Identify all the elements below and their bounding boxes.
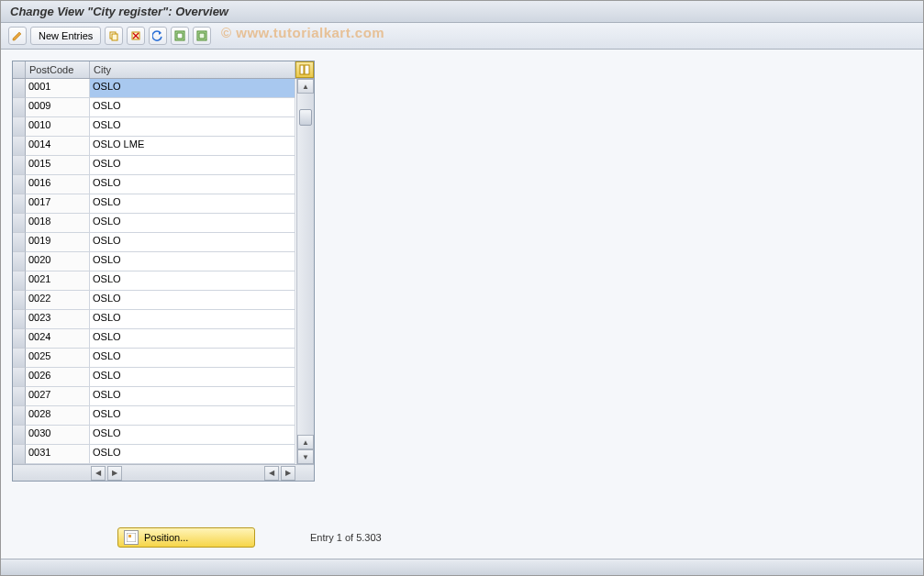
position-button-label: Position... bbox=[144, 532, 188, 543]
row-selector[interactable] bbox=[13, 175, 26, 194]
table-row: 0021OSLO bbox=[13, 271, 314, 291]
cell-postcode[interactable]: 0030 bbox=[26, 426, 90, 445]
table-row: 0022OSLO bbox=[13, 291, 314, 310]
new-entries-button[interactable]: New Entries bbox=[30, 27, 101, 45]
change-toggle-button[interactable] bbox=[8, 27, 27, 45]
cell-postcode[interactable]: 0020 bbox=[26, 252, 90, 271]
cell-postcode[interactable]: 0016 bbox=[26, 175, 90, 194]
select-all-button[interactable] bbox=[171, 27, 189, 45]
cell-city[interactable]: OSLO bbox=[90, 291, 295, 310]
row-selector[interactable] bbox=[13, 291, 26, 310]
cell-postcode[interactable]: 0021 bbox=[26, 271, 90, 291]
cell-postcode[interactable]: 0025 bbox=[26, 349, 90, 368]
scroll-right-icon[interactable]: ▶ bbox=[107, 466, 122, 481]
row-selector[interactable] bbox=[13, 406, 26, 426]
row-selector[interactable] bbox=[13, 252, 26, 271]
scroll-left-icon[interactable]: ◀ bbox=[91, 466, 106, 481]
scroll-far-left-icon[interactable]: ◀ bbox=[264, 466, 279, 481]
header-select-all[interactable] bbox=[13, 61, 26, 78]
cell-postcode[interactable]: 0027 bbox=[26, 387, 90, 406]
cell-postcode[interactable]: 0031 bbox=[26, 445, 90, 464]
row-selector[interactable] bbox=[13, 233, 26, 252]
row-selector[interactable] bbox=[13, 387, 26, 406]
table-row: 0009OSLO bbox=[13, 98, 314, 117]
undo-button[interactable] bbox=[149, 27, 167, 45]
row-selector[interactable] bbox=[13, 445, 26, 464]
cell-city[interactable]: OSLO bbox=[90, 175, 295, 194]
row-selector[interactable] bbox=[13, 426, 26, 445]
cell-city[interactable]: OSLO bbox=[90, 252, 295, 271]
cell-postcode[interactable]: 0023 bbox=[26, 310, 90, 329]
cell-city[interactable]: OSLO bbox=[90, 406, 295, 426]
row-selector[interactable] bbox=[13, 329, 26, 349]
table-row: 0020OSLO bbox=[13, 252, 314, 271]
row-selector[interactable] bbox=[13, 271, 26, 291]
row-selector[interactable] bbox=[13, 117, 26, 137]
row-selector[interactable] bbox=[13, 79, 26, 98]
cell-city[interactable]: OSLO bbox=[90, 349, 295, 368]
table-body: ▲ ▲ ▼ 0001OSLO0009OSLO0010OSLO0014OSLO L… bbox=[13, 79, 314, 464]
cell-postcode[interactable]: 0028 bbox=[26, 406, 90, 426]
cell-postcode[interactable]: 0018 bbox=[26, 214, 90, 233]
svg-rect-8 bbox=[199, 33, 205, 39]
row-selector[interactable] bbox=[13, 194, 26, 214]
copy-button[interactable] bbox=[105, 27, 123, 45]
cell-city[interactable]: OSLO bbox=[90, 98, 295, 117]
cell-postcode[interactable]: 0010 bbox=[26, 117, 90, 137]
row-selector[interactable] bbox=[13, 349, 26, 368]
city-register-table: PostCode City ▲ ▲ ▼ 0001OSLO0009OSLO0010… bbox=[12, 61, 315, 482]
table-row: 0026OSLO bbox=[13, 368, 314, 387]
cell-city[interactable]: OSLO LME bbox=[90, 137, 295, 156]
cell-postcode[interactable]: 0014 bbox=[26, 137, 90, 156]
status-row: Position... Entry 1 of 5.303 bbox=[1, 520, 923, 555]
delete-button[interactable] bbox=[127, 27, 145, 45]
table-row: 0018OSLO bbox=[13, 214, 314, 233]
footer-bar bbox=[1, 559, 923, 575]
cell-city[interactable]: OSLO bbox=[90, 117, 295, 137]
scroll-down-icon[interactable]: ▼ bbox=[297, 449, 314, 464]
table-settings-button[interactable] bbox=[295, 61, 314, 78]
cell-city[interactable]: OSLO bbox=[90, 426, 295, 445]
cell-city[interactable]: OSLO bbox=[90, 445, 295, 464]
cell-postcode[interactable]: 0015 bbox=[26, 156, 90, 175]
cell-postcode[interactable]: 0022 bbox=[26, 291, 90, 310]
cell-city[interactable]: OSLO bbox=[90, 368, 295, 387]
row-selector[interactable] bbox=[13, 310, 26, 329]
scroll-near-bottom-icon[interactable]: ▲ bbox=[297, 435, 314, 449]
table-row: 0015OSLO bbox=[13, 156, 314, 175]
cell-city[interactable]: OSLO bbox=[90, 79, 295, 98]
scroll-far-right-icon[interactable]: ▶ bbox=[281, 466, 295, 481]
horizontal-scrollbar[interactable]: ◀ ▶ ◀ ▶ bbox=[13, 464, 314, 481]
row-selector[interactable] bbox=[13, 368, 26, 387]
cell-city[interactable]: OSLO bbox=[90, 387, 295, 406]
cell-city[interactable]: OSLO bbox=[90, 271, 295, 291]
column-header-city[interactable]: City bbox=[90, 61, 295, 78]
cell-city[interactable]: OSLO bbox=[90, 310, 295, 329]
column-header-postcode[interactable]: PostCode bbox=[26, 61, 90, 78]
cell-postcode[interactable]: 0019 bbox=[26, 233, 90, 252]
cell-city[interactable]: OSLO bbox=[90, 329, 295, 349]
cell-city[interactable]: OSLO bbox=[90, 233, 295, 252]
cell-postcode[interactable]: 0001 bbox=[26, 79, 90, 98]
row-selector[interactable] bbox=[13, 137, 26, 156]
vertical-scrollbar[interactable]: ▲ ▲ ▼ bbox=[296, 79, 314, 464]
row-selector[interactable] bbox=[13, 214, 26, 233]
table-row: 0030OSLO bbox=[13, 426, 314, 445]
cell-postcode[interactable]: 0026 bbox=[26, 368, 90, 387]
cell-city[interactable]: OSLO bbox=[90, 194, 295, 214]
cell-postcode[interactable]: 0009 bbox=[26, 98, 90, 117]
scroll-up-icon[interactable]: ▲ bbox=[297, 79, 314, 94]
cell-postcode[interactable]: 0017 bbox=[26, 194, 90, 214]
row-selector[interactable] bbox=[13, 98, 26, 117]
scroll-thumb[interactable] bbox=[299, 109, 312, 126]
position-button[interactable]: Position... bbox=[117, 527, 255, 548]
cell-postcode[interactable]: 0024 bbox=[26, 329, 90, 349]
page-title: Change View "City register": Overview bbox=[1, 1, 923, 23]
cell-city[interactable]: OSLO bbox=[90, 214, 295, 233]
row-selector[interactable] bbox=[13, 156, 26, 175]
table-row: 0025OSLO bbox=[13, 349, 314, 368]
table-row: 0014OSLO LME bbox=[13, 137, 314, 156]
deselect-all-button[interactable] bbox=[193, 27, 211, 45]
cell-city[interactable]: OSLO bbox=[90, 156, 295, 175]
table-row: 0028OSLO bbox=[13, 406, 314, 426]
